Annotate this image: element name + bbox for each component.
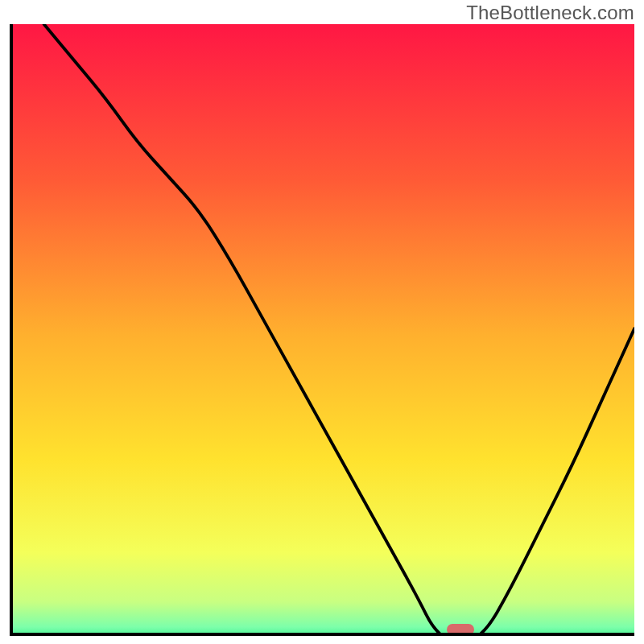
chart-container: TheBottleneck.com bbox=[0, 0, 644, 644]
minimum-marker bbox=[447, 624, 474, 635]
watermark-text: TheBottleneck.com bbox=[466, 2, 634, 24]
bottleneck-curve bbox=[13, 24, 634, 636]
plot-area bbox=[10, 24, 634, 636]
